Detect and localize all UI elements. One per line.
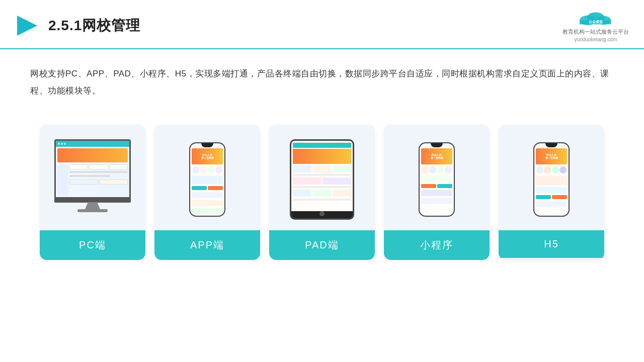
card-pad-image (269, 125, 375, 230)
logo-url: yunduoketang.com (575, 37, 617, 42)
card-pc-label: PC端 (40, 230, 145, 260)
card-h5-image: 职达人的第一堂网课 (499, 125, 604, 230)
card-pc-image (40, 125, 145, 230)
card-app-label: APP端 (154, 230, 260, 260)
card-app: 职达人的第一堂网课 (154, 125, 260, 260)
card-pad-label: PAD端 (269, 230, 375, 260)
monitor-mockup (52, 139, 133, 220)
card-pc: PC端 (40, 125, 145, 260)
card-app-image: 职达人的第一堂网课 (154, 125, 260, 230)
phone-mockup-h5: 职达人的第一堂网课 (533, 142, 570, 217)
description-text: 网校支持PC、APP、PAD、小程序、H5，实现多端打通，产品各终端自由切换，数… (0, 49, 644, 105)
page-title: 2.5.1网校管理 (48, 16, 140, 35)
card-h5: 职达人的第一堂网课 (499, 125, 604, 260)
logo-tagline: 教育机构一站式服务云平台 (562, 28, 629, 36)
cards-container: PC端 职达人的第一堂网课 (0, 110, 644, 270)
play-icon (15, 14, 39, 38)
page-header: 2.5.1网校管理 云朵课堂 教育机构一站式服务云平台 yunduoketang… (0, 0, 644, 49)
tablet-mockup (290, 139, 354, 220)
card-miniapp-label: 小程序 (384, 230, 490, 260)
logo-icon: 云朵课堂 (576, 9, 616, 27)
card-h5-label: H5 (499, 230, 604, 258)
card-pad: PAD端 (269, 125, 375, 260)
card-miniapp: 职达人的第一堂网课 (384, 125, 490, 260)
svg-marker-0 (17, 16, 37, 36)
header-left: 2.5.1网校管理 (15, 14, 140, 38)
logo-area: 云朵课堂 教育机构一站式服务云平台 yunduoketang.com (562, 9, 629, 42)
svg-text:云朵课堂: 云朵课堂 (589, 20, 603, 24)
phone-mockup-app: 职达人的第一堂网课 (189, 142, 225, 217)
phone-mockup-miniapp: 职达人的第一堂网课 (419, 142, 455, 217)
card-miniapp-image: 职达人的第一堂网课 (384, 125, 490, 230)
